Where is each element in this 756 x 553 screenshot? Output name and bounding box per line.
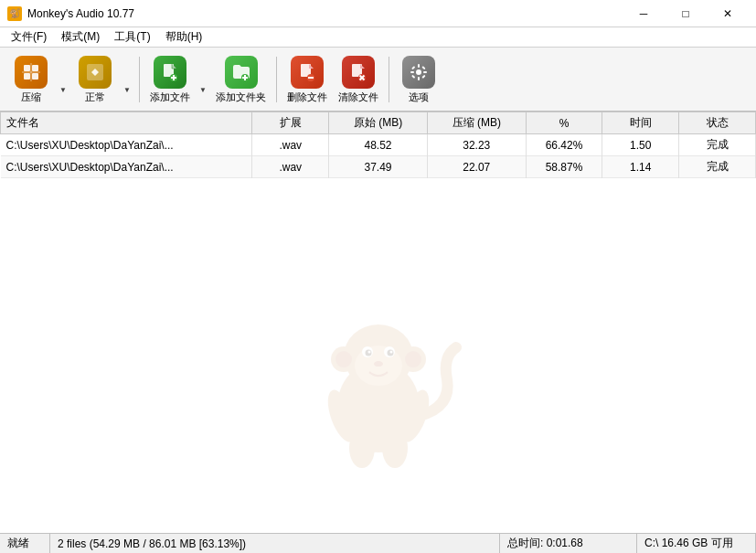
options-icon	[402, 56, 435, 89]
cell-filename: C:\Users\XU\Desktop\DaYanZai\...	[1, 134, 252, 156]
add-folder-icon	[225, 56, 258, 89]
normal-icon	[79, 56, 112, 89]
menu-file[interactable]: 文件(F)	[4, 27, 54, 48]
status-files-info: 2 files (54.29 MB / 86.01 MB [63.13%])	[50, 534, 500, 553]
svg-point-39	[355, 346, 402, 386]
status-disk-info: C:\ 16.46 GB 可用	[637, 534, 756, 553]
status-time-info: 总时间: 0:01.68	[500, 534, 637, 553]
col-filename[interactable]: 文件名	[1, 112, 252, 134]
compress-arrow: ▼	[59, 86, 67, 94]
add-folder-button[interactable]: 添加文件夹	[211, 51, 271, 108]
toolbar: 压缩 ▼ 正常 ▼ 添加文件	[0, 48, 756, 112]
svg-point-50	[382, 428, 408, 468]
compress-icon	[15, 56, 48, 89]
svg-point-45	[389, 350, 392, 353]
delete-file-label: 删除文件	[287, 90, 327, 104]
options-label: 选项	[409, 90, 429, 104]
svg-point-38	[405, 351, 421, 367]
menu-bar: 文件(F) 模式(M) 工具(T) 帮助(H)	[0, 27, 756, 48]
normal-arrow: ▼	[123, 86, 131, 94]
add-folder-label: 添加文件夹	[216, 90, 266, 104]
svg-point-42	[365, 349, 371, 356]
delete-file-icon	[291, 56, 324, 89]
toolbar-separator-2	[276, 57, 277, 102]
delete-file-button[interactable]: 删除文件	[282, 51, 332, 108]
table-row[interactable]: C:\Users\XU\Desktop\DaYanZai\....wav48.5…	[1, 134, 756, 156]
cell-time: 1.50	[602, 134, 679, 156]
col-compressed[interactable]: 压缩 (MB)	[427, 112, 526, 134]
svg-point-49	[349, 428, 375, 468]
svg-point-24	[416, 69, 421, 75]
svg-rect-2	[24, 73, 30, 80]
col-original[interactable]: 原始 (MB)	[329, 112, 428, 134]
svg-point-35	[331, 346, 357, 372]
clear-file-label: 清除文件	[338, 90, 378, 104]
cell-compressed: 32.23	[427, 134, 526, 156]
app-icon: 🐒	[7, 6, 22, 21]
svg-point-37	[400, 346, 426, 372]
close-button[interactable]: ✕	[707, 0, 749, 27]
add-file-arrow: ▼	[199, 86, 207, 94]
cell-ext: .wav	[252, 134, 329, 156]
col-ext[interactable]: 扩展	[252, 112, 329, 134]
col-status[interactable]: 状态	[679, 112, 756, 134]
svg-point-46	[374, 361, 383, 367]
menu-tools[interactable]: 工具(T)	[107, 27, 157, 48]
add-file-icon	[154, 56, 186, 89]
table-header-row: 文件名 扩展 原始 (MB) 压缩 (MB) % 时间 状态	[1, 112, 756, 134]
cell-status: 完成	[679, 156, 756, 178]
svg-rect-1	[32, 65, 38, 71]
menu-help[interactable]: 帮助(H)	[158, 27, 210, 48]
clear-file-icon	[342, 56, 375, 89]
normal-label: 正常	[85, 90, 105, 104]
cell-status: 完成	[679, 134, 756, 156]
menu-mode[interactable]: 模式(M)	[54, 27, 107, 48]
table-row[interactable]: C:\Users\XU\Desktop\DaYanZai\....wav37.4…	[1, 156, 756, 178]
monkey-watermark	[287, 288, 470, 473]
window-title: Monkey's Audio 10.77	[27, 7, 623, 20]
compress-button[interactable]: 压缩	[7, 51, 55, 108]
compress-dropdown[interactable]: ▼	[57, 51, 69, 108]
svg-point-44	[367, 350, 370, 353]
svg-rect-27	[410, 71, 414, 73]
toolbar-separator-1	[139, 57, 140, 102]
compress-label: 压缩	[21, 90, 41, 104]
toolbar-separator-3	[389, 57, 389, 102]
clear-file-button[interactable]: 清除文件	[334, 51, 383, 108]
svg-point-34	[344, 324, 413, 388]
cell-original: 37.49	[329, 156, 428, 178]
status-bar: 就绪 2 files (54.29 MB / 86.01 MB [63.13%]…	[0, 533, 756, 553]
cell-percent: 58.87%	[526, 156, 602, 178]
cell-compressed: 22.07	[427, 156, 526, 178]
svg-rect-26	[418, 77, 420, 80]
svg-rect-28	[423, 71, 427, 73]
add-file-label: 添加文件	[150, 90, 190, 104]
svg-point-43	[387, 349, 393, 356]
svg-rect-0	[24, 65, 30, 71]
svg-rect-25	[418, 64, 420, 68]
window-controls: ─ □ ✕	[623, 0, 749, 27]
maximize-button[interactable]: □	[665, 0, 707, 27]
normal-button[interactable]: 正常	[71, 51, 119, 108]
cell-time: 1.14	[602, 156, 679, 178]
add-file-button[interactable]: 添加文件	[145, 51, 195, 108]
col-time[interactable]: 时间	[602, 112, 679, 134]
svg-point-47	[322, 386, 361, 445]
cell-filename: C:\Users\XU\Desktop\DaYanZai\...	[1, 156, 252, 178]
col-percent[interactable]: %	[526, 112, 602, 134]
add-file-dropdown[interactable]: ▼	[197, 51, 209, 108]
svg-point-33	[337, 361, 420, 452]
cell-ext: .wav	[252, 156, 329, 178]
minimize-button[interactable]: ─	[623, 0, 665, 27]
cell-original: 48.52	[329, 134, 428, 156]
status-ready: 就绪	[0, 534, 50, 553]
main-content: 文件名 扩展 原始 (MB) 压缩 (MB) % 时间 状态 C:\Users\…	[0, 112, 756, 533]
file-table: 文件名 扩展 原始 (MB) 压缩 (MB) % 时间 状态 C:\Users\…	[0, 112, 756, 178]
table-body: C:\Users\XU\Desktop\DaYanZai\....wav48.5…	[1, 134, 756, 178]
svg-point-40	[362, 346, 373, 357]
svg-point-36	[335, 351, 352, 367]
normal-dropdown[interactable]: ▼	[121, 51, 133, 108]
svg-point-48	[395, 386, 434, 445]
cell-percent: 66.42%	[526, 134, 602, 156]
options-button[interactable]: 选项	[395, 51, 442, 108]
